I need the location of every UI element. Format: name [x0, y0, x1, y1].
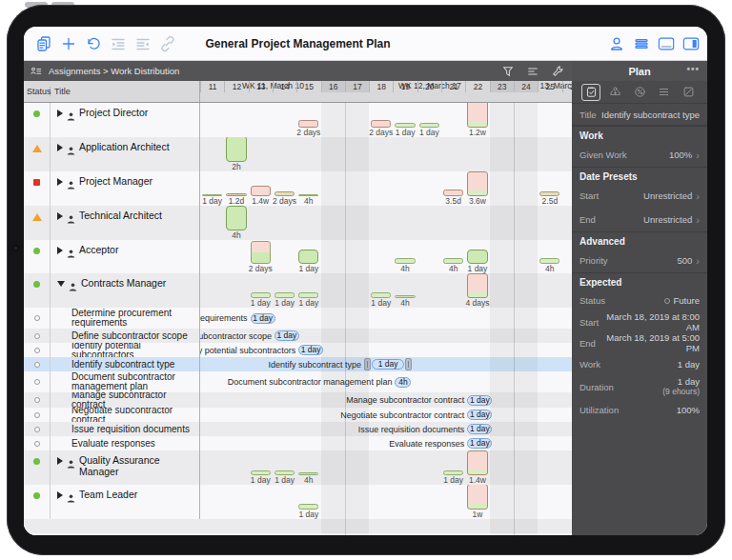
status-cell[interactable]: [24, 240, 51, 273]
status-cell[interactable]: [24, 343, 51, 357]
gantt-bar[interactable]: [467, 450, 487, 475]
status-cell[interactable]: [24, 308, 51, 329]
expand-disclosure-triangle[interactable]: [57, 247, 63, 254]
breadcrumb[interactable]: Assignments > Work Distribution: [49, 66, 179, 76]
nav-field-given-work[interactable]: Given Work100%›: [572, 143, 707, 167]
gantt-bar[interactable]: [226, 137, 246, 162]
menu-icon[interactable]: [629, 31, 654, 56]
task-row[interactable]: Issue requisition documents1 dayIssue re…: [24, 422, 572, 436]
plan-tab-icon[interactable]: [581, 84, 600, 101]
status-cell[interactable]: [24, 392, 51, 408]
gantt-bar[interactable]: [226, 206, 246, 230]
selected-task-bar[interactable]: 1 day: [364, 358, 412, 370]
gantt-bar[interactable]: [467, 485, 487, 510]
status-cell[interactable]: [24, 357, 51, 371]
title-field[interactable]: TitleIdentify subcontract type: [572, 103, 707, 126]
panel-bottom-icon[interactable]: [654, 31, 679, 56]
cost-tab-icon[interactable]: [606, 84, 625, 101]
status-cell[interactable]: [24, 171, 51, 206]
row-title-cell[interactable]: Contracts Manager: [51, 273, 200, 308]
row-title-cell[interactable]: Manage subcontractor contract: [51, 392, 200, 408]
row-title-cell[interactable]: Technical Architect: [51, 206, 200, 240]
resource-row[interactable]: Contracts Manager1 day1 day1 day1 day4h4…: [24, 273, 572, 308]
row-title-cell[interactable]: Project Manager: [51, 171, 200, 206]
resource-row[interactable]: Project Manager1 day1.2d1.4w2 days4h3.5d…: [24, 171, 572, 206]
row-title-cell[interactable]: Define subcontractor scope: [51, 329, 200, 343]
task-row[interactable]: Identify subcontract type1 dayIdentify s…: [24, 357, 572, 371]
settings-wrench-icon[interactable]: [549, 65, 566, 78]
resource-row[interactable]: Quality Assurance Manager1 day1 day4h1 d…: [24, 450, 572, 485]
expand-disclosure-triangle[interactable]: [57, 178, 63, 186]
status-cell[interactable]: [24, 436, 51, 450]
nav-field-end[interactable]: EndUnrestricted›: [572, 208, 707, 231]
row-title-cell[interactable]: Identify subcontract type: [51, 357, 200, 371]
expand-disclosure-triangle[interactable]: [57, 491, 63, 499]
gantt-bar[interactable]: [467, 103, 487, 128]
gantt-bar[interactable]: [443, 190, 463, 196]
status-cell[interactable]: [24, 450, 51, 485]
gantt-bar[interactable]: [251, 186, 271, 196]
task-duration-pill[interactable]: 1 day: [298, 345, 323, 355]
row-title-cell[interactable]: Acceptor: [51, 240, 200, 273]
percent-tab-icon[interactable]: [630, 84, 649, 101]
status-cell[interactable]: [24, 371, 51, 392]
status-cell[interactable]: [24, 422, 51, 436]
gantt-bar[interactable]: [467, 273, 487, 298]
expand-disclosure-triangle[interactable]: [57, 144, 63, 151]
task-duration-pill[interactable]: 1 day: [274, 330, 299, 341]
task-row[interactable]: Determine procurement requirements1 dayD…: [24, 308, 572, 329]
resource-row[interactable]: Technical Architect4h: [24, 206, 572, 240]
expand-disclosure-triangle[interactable]: [57, 212, 63, 220]
nav-field-priority[interactable]: Priority500›: [572, 249, 707, 272]
task-duration-pill[interactable]: 1 day: [372, 359, 404, 370]
row-title-cell[interactable]: Document subcontractor management plan: [51, 371, 200, 392]
gantt-bar[interactable]: [371, 120, 391, 128]
task-duration-pill[interactable]: 1 day: [467, 395, 492, 406]
row-title-cell[interactable]: Issue requisition documents: [51, 422, 200, 436]
collapse-disclosure-triangle[interactable]: [57, 281, 65, 287]
row-title-cell[interactable]: Determine procurement requirements: [51, 308, 200, 329]
expand-disclosure-triangle[interactable]: [57, 110, 63, 117]
expand-disclosure-triangle[interactable]: [57, 457, 63, 465]
task-duration-pill[interactable]: 4h: [395, 377, 411, 388]
task-row[interactable]: Evaluate responses1 dayEvaluate response…: [24, 436, 572, 450]
nav-field-start[interactable]: StartUnrestricted›: [572, 184, 707, 208]
drag-handle-right[interactable]: [405, 358, 412, 370]
view-options-icon[interactable]: [524, 65, 541, 78]
task-row[interactable]: Define subcontractor scope1 dayDefine su…: [24, 329, 572, 343]
row-title-cell[interactable]: Team Leader: [51, 485, 200, 519]
task-duration-pill[interactable]: 1 day: [467, 410, 492, 420]
task-row[interactable]: Document subcontractor management plan4h…: [24, 371, 572, 392]
task-duration-pill[interactable]: 1 day: [251, 313, 275, 324]
more-options-button[interactable]: •••: [686, 64, 700, 74]
resource-row[interactable]: Team Leader1 day1w: [24, 485, 572, 519]
row-title-cell[interactable]: Application Architect: [51, 137, 200, 171]
status-cell[interactable]: [24, 273, 51, 308]
gantt-bar[interactable]: [467, 250, 487, 264]
drag-handle-left[interactable]: [364, 358, 371, 370]
user-icon[interactable]: [604, 31, 629, 56]
status-cell[interactable]: [24, 137, 51, 171]
status-cell[interactable]: [24, 103, 51, 137]
gantt-bar[interactable]: [298, 120, 318, 128]
row-title-cell[interactable]: Evaluate responses: [51, 436, 200, 450]
status-cell[interactable]: [24, 329, 51, 343]
row-title-cell[interactable]: Negotiate subcontractor contract: [51, 408, 200, 422]
note-tab-icon[interactable]: [679, 84, 698, 101]
panel-right-icon[interactable]: [679, 31, 703, 56]
gantt-bar[interactable]: [298, 250, 318, 264]
resource-row[interactable]: Acceptor2 days1 day4h4h1 day4h: [24, 240, 572, 273]
row-title-cell[interactable]: Identify potential subcontractors: [51, 343, 200, 357]
status-cell[interactable]: [24, 408, 51, 422]
row-title-cell[interactable]: Project Director: [51, 103, 200, 137]
task-duration-pill[interactable]: 1 day: [467, 438, 492, 449]
status-cell[interactable]: [24, 485, 51, 519]
gantt-bar[interactable]: [467, 171, 487, 196]
list-tab-icon[interactable]: [655, 84, 674, 101]
status-cell[interactable]: [24, 206, 51, 240]
resource-row[interactable]: Application Architect2h: [24, 137, 572, 171]
task-row[interactable]: Manage subcontractor contract1 dayManage…: [24, 392, 572, 408]
gantt-bar[interactable]: [251, 241, 271, 264]
resource-row[interactable]: Project Director2 days2 days1 day1 day1.…: [24, 103, 572, 137]
task-row[interactable]: Identify potential subcontractors1 dayId…: [24, 343, 572, 357]
